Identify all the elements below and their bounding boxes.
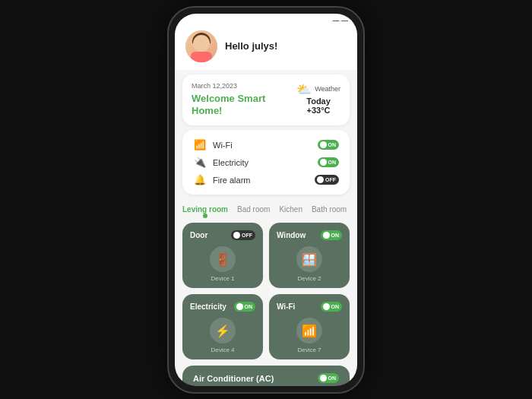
phone-screen: — — Hello julys! March 12,2023 Welcome S… [175,14,357,386]
device-card-electricity[interactable]: Electricity ON ⚡ Device 4 [182,294,263,359]
window-toggle[interactable]: ON [321,230,343,240]
electricity-icon: 🔌 [193,157,207,168]
tab-bath-room[interactable]: Bath room [312,205,347,217]
tab-living-room[interactable]: Leving room [182,205,228,217]
device-card-wifi[interactable]: Wi-Fi ON 📶 Device 7 [269,294,350,359]
tabs-row: Leving room Bad room Kichen Bath room [182,205,350,217]
weather-today: Today [306,97,331,106]
status-bar: — — [175,14,357,26]
wifi-device-toggle[interactable]: ON [321,302,343,312]
electricity-device-icon: ⚡ [210,318,236,344]
weather-label: Weather [315,85,340,93]
wifi-device-icon: 📶 [296,318,322,344]
ac-card[interactable]: Air Conditioner (AC) ON 🖥️ 〰〰〰〰 +18 °C D… [182,366,350,385]
weather-right: ⛅ Weather Today +33°C [296,82,340,115]
door-card-header: Door OFF [190,230,255,240]
weather-cloud-icon: ⛅ [296,82,312,97]
device-grid: Door OFF 🚪 Device 1 Window O [175,217,357,366]
electricity-device-name: Electricity [190,302,226,311]
door-icon-area: 🚪 Device 1 [190,246,255,282]
ac-card-header: Air Conditioner (AC) ON [193,373,339,383]
electricity-card-header: Electricity ON [190,302,255,312]
wifi-device-name: Wi-Fi [277,302,295,311]
door-device-name: Door [190,231,207,239]
door-device-label: Device 1 [211,275,234,282]
ac-toggle[interactable]: ON [318,373,340,383]
wifi-toggle[interactable]: ON [318,140,340,150]
tab-active-indicator [203,214,207,218]
greeting-text: Hello julys! [225,40,277,52]
status-row-electricity: 🔌 Electricity ON [193,154,339,171]
window-device-name: Window [277,231,306,239]
tab-kitchen[interactable]: Kichen [279,205,302,217]
electricity-toggle[interactable]: ON [318,157,340,167]
status-icons: — — [332,17,348,24]
weather-temperature: +33°C [307,106,331,115]
wifi-card-header: Wi-Fi ON [277,302,342,312]
wifi-label: Wi-Fi [213,141,312,150]
fire-alarm-label: Fire alarm [213,176,309,185]
weather-top: ⛅ Weather [296,82,340,97]
header: Hello julys! [175,26,357,70]
electricity-device-label: Device 4 [211,347,234,353]
status-row-wifi: 📶 Wi-Fi ON [193,136,339,154]
electricity-label: Electricity [213,158,312,167]
phone-frame: — — Hello julys! March 12,2023 Welcome S… [167,6,365,394]
ac-device-name: Air Conditioner (AC) [193,374,274,383]
electricity-device-toggle[interactable]: ON [234,302,256,312]
wifi-device-label: Device 7 [297,347,321,353]
window-device-label: Device 2 [297,275,321,282]
signal-icon: — — [332,17,348,24]
window-icon: 🪟 [296,246,322,272]
fire-alarm-icon: 🔔 [193,174,207,185]
status-row-fire-alarm: 🔔 Fire alarm OFF [193,171,339,188]
tab-bad-room[interactable]: Bad room [237,205,270,217]
weather-welcome: Welcome Smart Home! [192,93,265,119]
tabs-section: Leving room Bad room Kichen Bath room [175,199,357,217]
fire-alarm-toggle[interactable]: OFF [315,175,339,185]
weather-left: March 12,2023 Welcome Smart Home! [192,82,265,119]
window-card-header: Window ON [277,230,342,240]
door-toggle[interactable]: OFF [231,230,255,240]
wifi-icon: 📶 [193,139,207,150]
window-icon-area: 🪟 Device 2 [277,246,342,282]
electricity-icon-area: ⚡ Device 4 [190,318,255,353]
door-icon: 🚪 [210,246,236,272]
device-card-window[interactable]: Window ON 🪟 Device 2 [269,223,350,288]
device-card-door[interactable]: Door OFF 🚪 Device 1 [182,223,263,288]
weather-card: March 12,2023 Welcome Smart Home! ⛅ Weat… [182,74,350,126]
weather-date: March 12,2023 [192,82,265,90]
wifi-icon-area: 📶 Device 7 [277,318,342,353]
avatar [185,30,217,62]
status-section: 📶 Wi-Fi ON 🔌 Electricity ON 🔔 Fire alarm [182,130,350,195]
